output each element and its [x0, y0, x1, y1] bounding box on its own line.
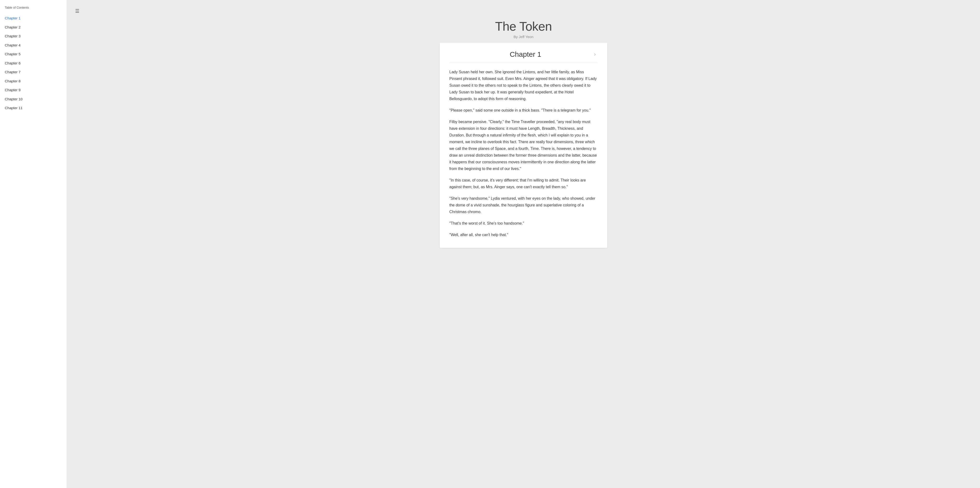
- menu-icon-button[interactable]: ☰: [74, 7, 80, 15]
- sidebar-item-chapter-9[interactable]: Chapter 9: [5, 86, 67, 94]
- chapter-paragraph-4: "In this case, of course, it's very diff…: [449, 177, 598, 190]
- book-author: By Jeff Yeon: [67, 35, 980, 39]
- sidebar-item-chapter-11[interactable]: Chapter 11: [5, 104, 67, 113]
- sidebar-item-chapter-6[interactable]: Chapter 6: [5, 59, 67, 68]
- chapter-card: Chapter 1 › Lady Susan held her own. She…: [440, 43, 607, 248]
- sidebar-item-chapter-5[interactable]: Chapter 5: [5, 49, 67, 59]
- sidebar-item-chapter-3[interactable]: Chapter 3: [5, 32, 67, 41]
- chapter-paragraph-1: Lady Susan held her own. She ignored the…: [449, 69, 598, 102]
- sidebar-title: Table of Contents: [5, 5, 67, 10]
- sidebar-item-chapter-4[interactable]: Chapter 4: [5, 41, 67, 50]
- chapter-paragraph-7: "Well, after all, she can't help that.": [449, 231, 598, 238]
- menu-icon: ☰: [75, 8, 80, 14]
- main-content: ☰ The Token By Jeff Yeon Chapter 1 › Lad…: [67, 0, 980, 488]
- next-chapter-button[interactable]: ›: [592, 51, 598, 58]
- chapter-header: Chapter 1 ›: [449, 50, 598, 63]
- chapter-paragraph-2: "Please open," said some one outside in …: [449, 107, 598, 114]
- sidebar: Table of Contents Chapter 1Chapter 2Chap…: [0, 0, 67, 488]
- chevron-right-icon: ›: [594, 51, 596, 57]
- chapter-paragraph-5: "She's very handsome," Lydia ventured, w…: [449, 195, 598, 215]
- chapter-title: Chapter 1: [459, 50, 592, 58]
- header-bar: ☰: [67, 0, 980, 15]
- chapter-body: Lady Susan held her own. She ignored the…: [449, 69, 598, 238]
- sidebar-item-chapter-8[interactable]: Chapter 8: [5, 77, 67, 86]
- chapter-paragraph-6: "That's the worst of it. She's too hands…: [449, 220, 598, 227]
- sidebar-item-chapter-7[interactable]: Chapter 7: [5, 67, 67, 77]
- chapter-paragraph-3: Filby became pensive. "Clearly," the Tim…: [449, 118, 598, 172]
- sidebar-item-chapter-1[interactable]: Chapter 1: [5, 14, 67, 23]
- book-header: The Token By Jeff Yeon: [67, 15, 980, 43]
- sidebar-item-chapter-10[interactable]: Chapter 10: [5, 94, 67, 104]
- book-title: The Token: [67, 20, 980, 33]
- sidebar-item-chapter-2[interactable]: Chapter 2: [5, 23, 67, 32]
- sidebar-items: Chapter 1Chapter 2Chapter 3Chapter 4Chap…: [5, 14, 67, 113]
